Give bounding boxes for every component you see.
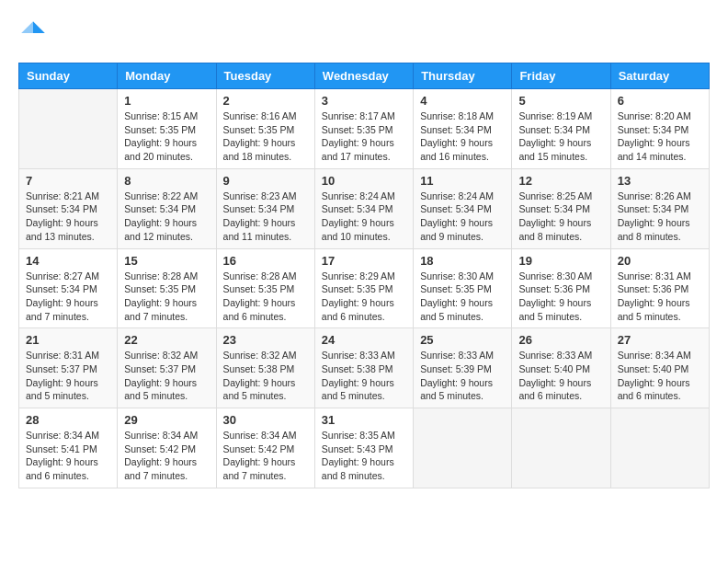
header-thursday: Thursday xyxy=(414,63,512,89)
day-number: 21 xyxy=(26,333,110,347)
day-info: Sunrise: 8:24 AMSunset: 5:34 PMDaylight:… xyxy=(322,190,406,244)
day-info: Sunrise: 8:30 AMSunset: 5:36 PMDaylight:… xyxy=(518,270,603,324)
calendar-cell: 17Sunrise: 8:29 AMSunset: 5:35 PMDayligh… xyxy=(314,248,413,328)
day-number: 9 xyxy=(223,174,308,188)
day-number: 10 xyxy=(322,174,406,188)
day-info: Sunrise: 8:16 AMSunset: 5:35 PMDaylight:… xyxy=(223,109,308,164)
day-info: Sunrise: 8:34 AMSunset: 5:42 PMDaylight:… xyxy=(223,429,308,483)
day-number: 16 xyxy=(223,254,308,268)
calendar-cell: 19Sunrise: 8:30 AMSunset: 5:36 PMDayligh… xyxy=(512,248,610,328)
day-info: Sunrise: 8:33 AMSunset: 5:38 PMDaylight:… xyxy=(322,349,406,403)
day-info: Sunrise: 8:21 AMSunset: 5:34 PMDaylight:… xyxy=(26,190,110,244)
calendar-cell: 3Sunrise: 8:17 AMSunset: 5:35 PMDaylight… xyxy=(314,89,413,169)
calendar-cell: 12Sunrise: 8:25 AMSunset: 5:34 PMDayligh… xyxy=(512,168,610,248)
calendar-cell: 28Sunrise: 8:34 AMSunset: 5:41 PMDayligh… xyxy=(19,408,118,488)
calendar-cell: 16Sunrise: 8:28 AMSunset: 5:35 PMDayligh… xyxy=(216,248,314,328)
calendar-cell: 27Sunrise: 8:34 AMSunset: 5:40 PMDayligh… xyxy=(610,328,709,408)
day-number: 14 xyxy=(26,254,110,268)
day-number: 4 xyxy=(420,94,505,108)
day-number: 17 xyxy=(322,254,406,268)
calendar-cell: 29Sunrise: 8:34 AMSunset: 5:42 PMDayligh… xyxy=(118,408,216,488)
day-info: Sunrise: 8:18 AMSunset: 5:34 PMDaylight:… xyxy=(420,109,505,164)
calendar-cell: 18Sunrise: 8:30 AMSunset: 5:35 PMDayligh… xyxy=(414,248,512,328)
day-number: 26 xyxy=(518,333,603,347)
day-number: 24 xyxy=(322,333,406,347)
day-info: Sunrise: 8:15 AMSunset: 5:35 PMDaylight:… xyxy=(124,109,209,164)
day-info: Sunrise: 8:33 AMSunset: 5:39 PMDaylight:… xyxy=(420,349,505,403)
day-info: Sunrise: 8:29 AMSunset: 5:35 PMDaylight:… xyxy=(322,270,406,324)
calendar-cell: 9Sunrise: 8:23 AMSunset: 5:34 PMDaylight… xyxy=(216,168,314,248)
calendar-cell xyxy=(414,408,512,488)
calendar-cell: 20Sunrise: 8:31 AMSunset: 5:36 PMDayligh… xyxy=(610,248,709,328)
calendar-cell: 31Sunrise: 8:35 AMSunset: 5:43 PMDayligh… xyxy=(314,408,413,488)
day-info: Sunrise: 8:30 AMSunset: 5:35 PMDaylight:… xyxy=(420,270,505,324)
day-number: 28 xyxy=(26,413,110,427)
logo-icon xyxy=(18,18,48,48)
day-info: Sunrise: 8:35 AMSunset: 5:43 PMDaylight:… xyxy=(322,429,406,483)
calendar-cell: 2Sunrise: 8:16 AMSunset: 5:35 PMDaylight… xyxy=(216,89,314,169)
calendar-header-row: SundayMondayTuesdayWednesdayThursdayFrid… xyxy=(19,63,710,89)
calendar-cell: 26Sunrise: 8:33 AMSunset: 5:40 PMDayligh… xyxy=(512,328,610,408)
day-number: 13 xyxy=(618,174,702,188)
day-info: Sunrise: 8:25 AMSunset: 5:34 PMDaylight:… xyxy=(518,190,603,244)
day-info: Sunrise: 8:34 AMSunset: 5:41 PMDaylight:… xyxy=(26,429,110,483)
page-header xyxy=(18,18,710,48)
header-sunday: Sunday xyxy=(19,63,118,89)
day-info: Sunrise: 8:32 AMSunset: 5:37 PMDaylight:… xyxy=(124,349,209,403)
day-info: Sunrise: 8:31 AMSunset: 5:37 PMDaylight:… xyxy=(26,349,110,403)
day-info: Sunrise: 8:17 AMSunset: 5:35 PMDaylight:… xyxy=(322,109,406,164)
calendar-cell: 13Sunrise: 8:26 AMSunset: 5:34 PMDayligh… xyxy=(610,168,709,248)
calendar-week-2: 7Sunrise: 8:21 AMSunset: 5:34 PMDaylight… xyxy=(19,168,710,248)
day-info: Sunrise: 8:22 AMSunset: 5:34 PMDaylight:… xyxy=(124,190,209,244)
calendar-week-4: 21Sunrise: 8:31 AMSunset: 5:37 PMDayligh… xyxy=(19,328,710,408)
day-info: Sunrise: 8:31 AMSunset: 5:36 PMDaylight:… xyxy=(618,270,702,324)
day-info: Sunrise: 8:33 AMSunset: 5:40 PMDaylight:… xyxy=(518,349,603,403)
day-number: 20 xyxy=(618,254,702,268)
day-number: 27 xyxy=(618,333,702,347)
day-info: Sunrise: 8:19 AMSunset: 5:34 PMDaylight:… xyxy=(518,109,603,164)
calendar-cell: 5Sunrise: 8:19 AMSunset: 5:34 PMDaylight… xyxy=(512,89,610,169)
day-number: 30 xyxy=(223,413,308,427)
day-info: Sunrise: 8:28 AMSunset: 5:35 PMDaylight:… xyxy=(223,270,308,324)
day-info: Sunrise: 8:28 AMSunset: 5:35 PMDaylight:… xyxy=(124,270,209,324)
calendar-cell: 15Sunrise: 8:28 AMSunset: 5:35 PMDayligh… xyxy=(118,248,216,328)
calendar-cell: 25Sunrise: 8:33 AMSunset: 5:39 PMDayligh… xyxy=(414,328,512,408)
day-number: 23 xyxy=(223,333,308,347)
day-number: 7 xyxy=(26,174,110,188)
calendar-cell: 24Sunrise: 8:33 AMSunset: 5:38 PMDayligh… xyxy=(314,328,413,408)
day-number: 19 xyxy=(518,254,603,268)
header-wednesday: Wednesday xyxy=(314,63,413,89)
calendar-cell: 30Sunrise: 8:34 AMSunset: 5:42 PMDayligh… xyxy=(216,408,314,488)
calendar-cell xyxy=(610,408,709,488)
day-info: Sunrise: 8:32 AMSunset: 5:38 PMDaylight:… xyxy=(223,349,308,403)
logo xyxy=(18,18,51,48)
day-number: 1 xyxy=(124,94,209,108)
calendar-cell: 21Sunrise: 8:31 AMSunset: 5:37 PMDayligh… xyxy=(19,328,118,408)
calendar-cell: 14Sunrise: 8:27 AMSunset: 5:34 PMDayligh… xyxy=(19,248,118,328)
day-info: Sunrise: 8:23 AMSunset: 5:34 PMDaylight:… xyxy=(223,190,308,244)
day-number: 31 xyxy=(322,413,406,427)
header-monday: Monday xyxy=(118,63,216,89)
day-info: Sunrise: 8:26 AMSunset: 5:34 PMDaylight:… xyxy=(618,190,702,244)
calendar-week-5: 28Sunrise: 8:34 AMSunset: 5:41 PMDayligh… xyxy=(19,408,710,488)
day-info: Sunrise: 8:27 AMSunset: 5:34 PMDaylight:… xyxy=(26,270,110,324)
day-info: Sunrise: 8:24 AMSunset: 5:34 PMDaylight:… xyxy=(420,190,505,244)
calendar-cell xyxy=(512,408,610,488)
calendar-cell: 1Sunrise: 8:15 AMSunset: 5:35 PMDaylight… xyxy=(118,89,216,169)
day-info: Sunrise: 8:34 AMSunset: 5:40 PMDaylight:… xyxy=(618,349,702,403)
day-number: 8 xyxy=(124,174,209,188)
header-saturday: Saturday xyxy=(610,63,709,89)
day-number: 22 xyxy=(124,333,209,347)
day-number: 15 xyxy=(124,254,209,268)
calendar-cell xyxy=(19,89,118,169)
day-number: 11 xyxy=(420,174,505,188)
day-number: 29 xyxy=(124,413,209,427)
day-info: Sunrise: 8:34 AMSunset: 5:42 PMDaylight:… xyxy=(124,429,209,483)
calendar-cell: 8Sunrise: 8:22 AMSunset: 5:34 PMDaylight… xyxy=(118,168,216,248)
svg-marker-0 xyxy=(33,21,45,33)
day-number: 3 xyxy=(322,94,406,108)
header-tuesday: Tuesday xyxy=(216,63,314,89)
svg-marker-1 xyxy=(21,21,33,33)
calendar-cell: 6Sunrise: 8:20 AMSunset: 5:34 PMDaylight… xyxy=(610,89,709,169)
day-number: 5 xyxy=(518,94,603,108)
